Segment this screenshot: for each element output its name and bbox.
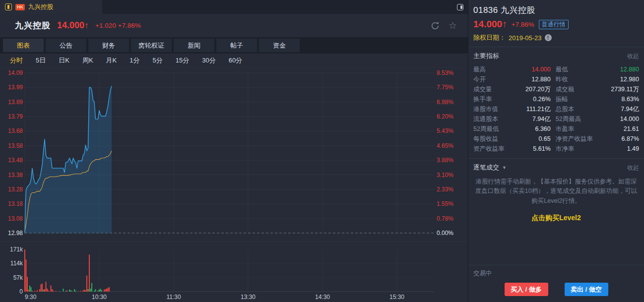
up-arrow-icon: ↑: [502, 19, 507, 29]
tab-posts[interactable]: 帖子: [216, 39, 257, 52]
svg-text:13.48: 13.48: [8, 157, 23, 164]
svg-text:13.08: 13.08: [8, 215, 23, 222]
indicator-value: 6.87%: [598, 134, 639, 144]
svg-text:0: 0: [19, 288, 23, 295]
chart-svg: 14.098.53%13.997.75%13.896.98%13.796.20%…: [0, 68, 468, 302]
indicator-value: 12.980: [598, 74, 639, 84]
tab-chart[interactable]: 图表: [3, 39, 44, 52]
period-5min[interactable]: 5分: [152, 56, 162, 65]
period-5day[interactable]: 5日: [36, 56, 46, 65]
svg-text:13.58: 13.58: [8, 142, 23, 149]
futu-logo-icon: [5, 3, 12, 10]
indicator-label: 市盈率: [556, 124, 593, 134]
period-15min[interactable]: 15分: [176, 56, 189, 65]
indicator-value: 7.94亿: [598, 104, 639, 114]
trade-section: 交易中 买入 / 做多 卖出 / 做空: [468, 265, 644, 296]
svg-text:5.43%: 5.43%: [437, 127, 453, 134]
indicator-value: 5.61%: [510, 144, 551, 154]
period-timeline[interactable]: 分时: [10, 56, 23, 65]
indicator-label: 资产收益率: [473, 144, 505, 154]
panel-price: 14.000↑: [473, 19, 507, 30]
svg-text:11:30: 11:30: [166, 294, 181, 301]
svg-text:57k: 57k: [13, 274, 23, 281]
indicator-label: 昨收: [556, 74, 593, 84]
divider: [468, 47, 644, 47]
nav-tabs: 图表公告财务窝轮权证新闻帖子资金: [0, 37, 468, 54]
svg-text:14:30: 14:30: [315, 294, 330, 301]
svg-text:0.00%: 0.00%: [437, 230, 453, 237]
svg-text:8.53%: 8.53%: [437, 69, 453, 76]
indicators-section-title: 主要指标: [473, 52, 499, 60]
indicator-value: 207.20万: [510, 84, 551, 94]
indicator-label: 总股本: [556, 104, 593, 114]
indicator-value: 0.65: [510, 134, 551, 144]
tab-announcements[interactable]: 公告: [46, 39, 86, 52]
indicators-collapse-button[interactable]: 收起: [627, 52, 639, 60]
svg-text:13.28: 13.28: [8, 186, 23, 193]
buy-long-button[interactable]: 买入 / 做多: [505, 283, 548, 296]
stock-tab-title: 九兴控股: [28, 3, 53, 11]
svg-text:3.10%: 3.10%: [437, 172, 453, 179]
svg-text:6.20%: 6.20%: [437, 113, 453, 120]
indicator-label: 52周最低: [473, 124, 505, 134]
tab-warrants[interactable]: 窝轮权证: [131, 39, 172, 52]
indicator-label: 港股市值: [473, 104, 505, 114]
quote-level-badge[interactable]: 普通行情: [539, 20, 569, 29]
refresh-icon[interactable]: [430, 21, 440, 31]
period-weekly-k[interactable]: 周K: [82, 56, 93, 65]
indicators-grid: 最高14.000最低12.880今开12.880昨收12.980成交量207.2…: [473, 64, 639, 154]
stock-price: 14.000↑: [57, 20, 89, 31]
period-1min[interactable]: 1分: [129, 56, 139, 65]
tab-news[interactable]: 新闻: [174, 39, 214, 52]
svg-text:13.18: 13.18: [8, 200, 23, 207]
indicator-value: 14.000: [598, 114, 639, 124]
indicator-value: 12.880: [510, 74, 551, 84]
info-icon[interactable]: !: [545, 34, 552, 41]
hk-market-badge: HK: [15, 4, 25, 10]
svg-text:15:30: 15:30: [389, 294, 404, 301]
svg-text:3.88%: 3.88%: [437, 157, 453, 164]
indicator-label: 成交量: [473, 84, 505, 94]
indicator-value: 14.000: [510, 64, 551, 74]
ticks-section-title: 逐笔成交: [473, 163, 499, 172]
indicator-label: 最高: [473, 64, 505, 74]
sell-short-button[interactable]: 卖出 / 做空: [565, 283, 608, 296]
quote-panel: 01836 九兴控股 14.000↑ +7.86% 普通行情 除权日期： 201…: [468, 0, 644, 302]
exdate-value: 2019-05-23: [509, 34, 542, 42]
indicator-value: 12.880: [598, 64, 639, 74]
stock-app-window: HK 九兴控股 九兴控股 14.000↑ +1.020 +7.86% ☆ 图表公…: [0, 0, 644, 302]
tab-funds[interactable]: 资金: [259, 39, 300, 52]
svg-text:13.38: 13.38: [8, 172, 23, 179]
indicator-value: 1.49: [598, 144, 639, 154]
indicator-label: 市净率: [556, 144, 593, 154]
svg-text:14.09: 14.09: [8, 69, 23, 76]
svg-text:13:30: 13:30: [241, 294, 256, 301]
stock-name: 九兴控股: [15, 20, 51, 31]
period-daily-k[interactable]: 日K: [59, 56, 69, 65]
svg-text:4.65%: 4.65%: [437, 142, 453, 149]
period-30min[interactable]: 30分: [202, 56, 215, 65]
favorite-star-icon[interactable]: ☆: [449, 21, 457, 30]
svg-text:7.75%: 7.75%: [437, 84, 453, 91]
indicator-value: 2739.11万: [598, 84, 639, 94]
tab-financials[interactable]: 财务: [88, 39, 129, 52]
indicator-label: 换手率: [473, 94, 505, 104]
indicator-value: 7.94亿: [510, 114, 551, 124]
exdate-label: 除权日期：: [473, 33, 506, 42]
indicator-label: 最低: [556, 64, 593, 74]
period-monthly-k[interactable]: 月K: [106, 56, 117, 65]
ticks-collapse-button[interactable]: 收起: [627, 164, 639, 172]
svg-text:13.79: 13.79: [8, 113, 23, 120]
level2-notice-text: 港股行情需手动刷新，【基本报价】服务仅供参考。如需深度盘口数据（买卖10档），逐…: [473, 176, 639, 207]
stock-change: +1.020 +7.86%: [95, 22, 141, 29]
buy-level2-link[interactable]: 点击购买Level2: [473, 214, 639, 223]
svg-text:171k: 171k: [10, 246, 23, 253]
svg-text:9:30: 9:30: [25, 294, 37, 301]
period-60min[interactable]: 60分: [229, 56, 242, 65]
svg-text:114k: 114k: [10, 260, 23, 267]
indicator-value: 8.63%: [598, 94, 639, 104]
panel-toggle-icon[interactable]: [457, 4, 463, 10]
stock-tab[interactable]: HK 九兴控股: [0, 0, 102, 14]
caret-down-icon[interactable]: ▼: [502, 165, 507, 170]
minute-chart[interactable]: 14.098.53%13.997.75%13.896.98%13.796.20%…: [0, 68, 468, 302]
